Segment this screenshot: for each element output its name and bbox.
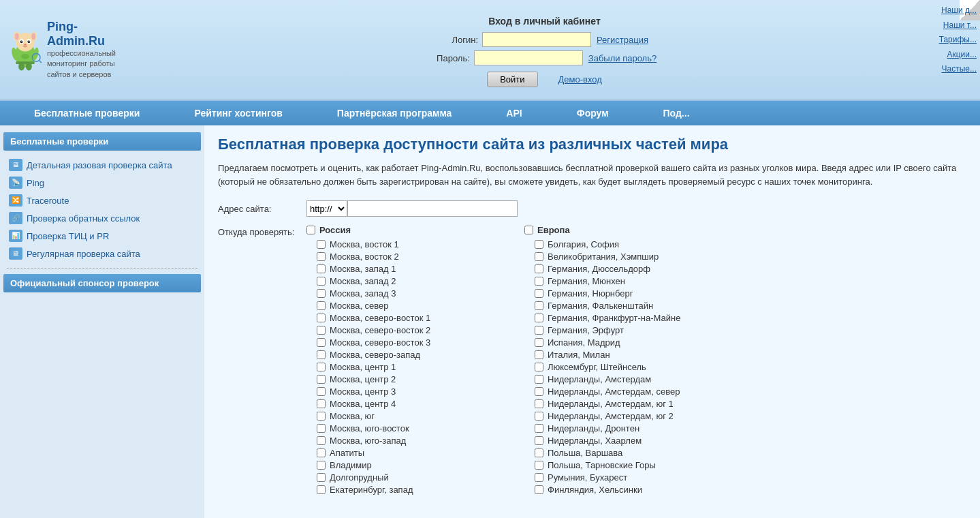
cb-germany-mun: Германия, Мюнхен (524, 276, 715, 286)
url-input-area: http:// https:// (306, 200, 518, 217)
demo-link[interactable]: Демо-вход (558, 74, 602, 85)
cb-ekaterinburg-west: Екатеринбург, запад (306, 485, 497, 495)
sidebar-link-ping[interactable]: Ping (27, 178, 44, 188)
right-link-4[interactable]: Акции... (947, 48, 977, 63)
password-label: Пароль: (432, 53, 470, 63)
right-link-5[interactable]: Частые... (942, 62, 977, 77)
sidebar-item-traceroute[interactable]: 🔀 Traceroute (3, 192, 201, 209)
svg-line-16 (39, 60, 42, 63)
cb-romania: Румыния, Бухарест (524, 472, 715, 483)
login-input[interactable] (482, 32, 591, 47)
url-input[interactable] (347, 200, 518, 217)
sidebar-item-detail[interactable]: 🖥 Детальная разовая проверка сайта (3, 156, 201, 174)
cb-vladimir: Владимир (306, 460, 497, 470)
protocol-select[interactable]: http:// https:// (306, 200, 347, 217)
cb-moscow-se: Москва, юго-восток (306, 423, 497, 433)
cb-moscow-south: Москва, юг (306, 411, 497, 421)
cb-nl-ams: Нидерланды, Амстердам (524, 374, 715, 384)
sidebar-item-regular[interactable]: 🖥 Регулярная проверка сайта (3, 245, 201, 262)
sidebar-link-traceroute[interactable]: Traceroute (27, 196, 69, 206)
right-link-3[interactable]: Тарифы... (939, 33, 977, 48)
cb-spain: Испания, Мадрид (524, 337, 715, 348)
mascot-svg (7, 5, 44, 94)
login-btn-row: Войти Демо-вход (487, 72, 602, 87)
regions-container: Россия Москва, восток 1 Москва, восток 2… (306, 225, 715, 497)
password-input[interactable] (474, 50, 583, 65)
cb-moscow-west2: Москва, запад 2 (306, 276, 497, 286)
monitor-icon: 🖥 (9, 159, 22, 171)
svg-point-5 (31, 33, 35, 40)
nav-hosting-rating[interactable]: Рейтинг хостингов (167, 101, 309, 125)
forgot-link[interactable]: Забыли пароль? (588, 53, 657, 63)
cb-uk: Великобритания, Хэмпшир (524, 252, 715, 262)
brand-text: Ping-Admin.Ru профессиональный мониторин… (47, 20, 116, 80)
cb-moscow-north: Москва, север (306, 301, 497, 311)
header: Ping-Admin.Ru профессиональный мониторин… (0, 0, 980, 101)
svg-point-4 (15, 33, 19, 40)
cb-apatity: Апатиты (306, 448, 497, 458)
cb-moscow-east2: Москва, восток 2 (306, 252, 497, 262)
svg-point-10 (21, 41, 22, 42)
sidebar-item-tic[interactable]: 📊 Проверка ТИЦ и PR (3, 227, 201, 245)
cb-moscow-east1: Москва, восток 1 (306, 239, 497, 249)
nav-under[interactable]: Под... (636, 101, 717, 125)
sidebar-item-ping[interactable]: 📡 Ping (3, 174, 201, 192)
backlinks-icon: 🔗 (9, 212, 22, 224)
cb-moscow-center2: Москва, центр 2 (306, 374, 497, 384)
cb-moscow-west1: Москва, запад 1 (306, 264, 497, 274)
cb-germany-duss: Германия, Дюссельдорф (524, 264, 715, 274)
svg-point-11 (29, 41, 29, 42)
main: Бесплатные проверки 🖥 Детальная разовая … (0, 125, 980, 518)
cb-germany-fra: Германия, Франкфурт-на-Майне (524, 313, 715, 323)
brand-name: Ping-Admin.Ru (47, 20, 116, 48)
cb-moscow-ne1: Москва, северо-восток 1 (306, 313, 497, 323)
sidebar-link-backlinks[interactable]: Проверка обратных ссылок (27, 213, 140, 224)
cb-moscow-center3: Москва, центр 3 (306, 386, 497, 397)
cb-moscow-ne3: Москва, северо-восток 3 (306, 337, 497, 348)
cb-nl-ams-south2: Нидерланды, Амстердам, юг 2 (524, 411, 715, 421)
page-desc: Предлагаем посмотреть и оценить, как раб… (218, 162, 966, 188)
brand-desc: профессиональный мониторинг работы сайто… (47, 48, 116, 80)
cb-bulgaria: Болгария, София (524, 239, 715, 249)
login-button[interactable]: Войти (487, 72, 537, 87)
cb-poland-tg: Польша, Тарновские Горы (524, 460, 715, 470)
europe-label: Европа (537, 225, 570, 235)
right-link-1[interactable]: Наши д... (941, 3, 977, 18)
cb-dolgoprudny: Долгопрудный (306, 472, 497, 483)
cb-moscow-center1: Москва, центр 1 (306, 362, 497, 372)
cb-nl-ams-north: Нидерланды, Амстердам, север (524, 386, 715, 397)
login-area: Вход в личный кабинет Логин: Регистрация… (116, 12, 973, 87)
tic-icon: 📊 (9, 230, 22, 242)
traceroute-icon: 🔀 (9, 194, 22, 207)
nav-partner[interactable]: Партнёрская программа (310, 101, 479, 125)
cb-nl-ams-south1: Нидерланды, Амстердам, юг 1 (524, 399, 715, 409)
right-link-2[interactable]: Наши т... (943, 18, 977, 33)
cb-moscow-nw: Москва, северо-запад (306, 350, 497, 360)
login-label: Логин: (441, 35, 478, 45)
nav-forum[interactable]: Форум (550, 101, 636, 125)
content: Бесплатная проверка доступности сайта из… (204, 125, 980, 518)
cb-moscow-west3: Москва, запад 3 (306, 288, 497, 299)
nav-free-checks[interactable]: Бесплатные проверки (7, 101, 167, 125)
cb-italy: Италия, Милан (524, 350, 715, 360)
sidebar-link-detail[interactable]: Детальная разовая проверка сайта (27, 160, 172, 170)
svg-point-12 (24, 44, 27, 45)
from-label: Откуда проверять: (218, 225, 306, 237)
sidebar-link-regular[interactable]: Регулярная проверка сайта (27, 249, 140, 259)
europe-header: Европа (524, 225, 715, 235)
sidebar-title: Бесплатные проверки (3, 132, 201, 151)
cb-poland-warsaw: Польша, Варшава (524, 448, 715, 458)
russia-checkbox[interactable] (306, 226, 315, 234)
russia-header: Россия (306, 225, 497, 235)
register-link[interactable]: Регистрация (597, 35, 648, 45)
sidebar: Бесплатные проверки 🖥 Детальная разовая … (0, 125, 204, 518)
cb-germany-fal: Германия, Фалькенштайн (524, 301, 715, 311)
sidebar-link-tic[interactable]: Проверка ТИЦ и PR (27, 231, 109, 241)
sidebar-sponsor: Официальный спонсор проверок (3, 274, 201, 292)
russia-label: Россия (319, 225, 351, 235)
europe-checkbox[interactable] (524, 226, 533, 234)
russia-col: Россия Москва, восток 1 Москва, восток 2… (306, 225, 497, 497)
nav-api[interactable]: API (479, 101, 549, 125)
login-row: Логин: Регистрация (441, 32, 648, 47)
sidebar-item-backlinks[interactable]: 🔗 Проверка обратных ссылок (3, 209, 201, 227)
